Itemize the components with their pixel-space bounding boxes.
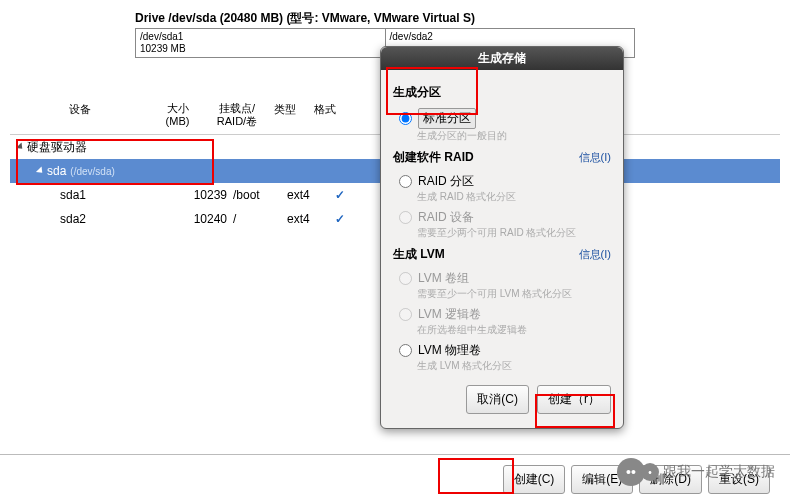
expand-icon[interactable]: [16, 142, 25, 151]
option-lvm-vg: LVM 卷组: [393, 267, 611, 287]
info-link[interactable]: 信息(I): [579, 150, 611, 165]
partition-name: /dev/sda2: [390, 31, 631, 43]
group-label: 硬盘驱动器: [27, 139, 87, 156]
option-raid-partition[interactable]: RAID 分区: [393, 170, 611, 190]
section-lvm: 生成 LVM 信息(I): [393, 246, 611, 263]
disk-name: sda: [47, 164, 66, 178]
radio-lvm-lv: [399, 308, 412, 321]
option-raid-device: RAID 设备: [393, 206, 611, 226]
hint-text: 在所选卷组中生成逻辑卷: [393, 323, 611, 337]
opt-label: RAID 分区: [418, 173, 474, 190]
part-name: sda1: [60, 188, 86, 202]
info-link[interactable]: 信息(I): [579, 247, 611, 262]
dialog-title: 生成存储: [381, 47, 623, 70]
expand-icon[interactable]: [36, 166, 45, 175]
hint-text: 生成 RAID 格式化分区: [393, 190, 611, 204]
opt-label: 标准分区: [418, 108, 476, 129]
option-lvm-lv: LVM 逻辑卷: [393, 303, 611, 323]
opt-label: RAID 设备: [418, 209, 474, 226]
section-raid: 创建软件 RAID 信息(I): [393, 149, 611, 166]
option-lvm-pv[interactable]: LVM 物理卷: [393, 339, 611, 359]
radio-raid-part[interactable]: [399, 175, 412, 188]
create-button[interactable]: 创建(C): [503, 465, 566, 494]
create-storage-dialog: 生成存储 生成分区 标准分区 生成分区的一般目的 创建软件 RAID 信息(I)…: [380, 46, 624, 429]
opt-label: LVM 卷组: [418, 270, 469, 287]
radio-lvm-vg: [399, 272, 412, 285]
opt-label: LVM 逻辑卷: [418, 306, 481, 323]
part-type: ext4: [287, 212, 327, 226]
col-type[interactable]: 类型: [265, 102, 305, 128]
radio-standard[interactable]: [399, 112, 412, 125]
check-icon: ✓: [335, 188, 345, 202]
drive-title: Drive /dev/sda (20480 MB) (型号: VMware, V…: [135, 10, 475, 27]
partition-size: 10239 MB: [140, 43, 381, 55]
bottom-toolbar: 创建(C) 编辑(E) 删除(D) 重设(S): [0, 454, 790, 494]
delete-button[interactable]: 删除(D): [639, 465, 702, 494]
part-size: 10240: [172, 212, 227, 226]
hint-text: 生成分区的一般目的: [393, 129, 611, 143]
disk-path: (/dev/sda): [70, 166, 114, 177]
hint-text: 需要至少一个可用 LVM 格式化分区: [393, 287, 611, 301]
reset-button[interactable]: 重设(S): [708, 465, 770, 494]
partition-name: /dev/sda1: [140, 31, 381, 43]
cancel-button[interactable]: 取消(C): [466, 385, 529, 414]
hint-text: 需要至少两个可用 RAID 格式化分区: [393, 226, 611, 240]
opt-label: LVM 物理卷: [418, 342, 481, 359]
partition-segment[interactable]: /dev/sda1 10239 MB: [136, 29, 386, 57]
section-partition: 生成分区: [393, 84, 611, 101]
option-standard-partition[interactable]: 标准分区: [393, 105, 611, 129]
edit-button[interactable]: 编辑(E): [571, 465, 633, 494]
col-size[interactable]: 大小 (MB): [150, 102, 205, 128]
part-mount: /: [227, 212, 287, 226]
part-size: 10239: [172, 188, 227, 202]
hint-text: 生成 LVM 格式化分区: [393, 359, 611, 373]
col-format[interactable]: 格式: [305, 102, 345, 128]
radio-lvm-pv[interactable]: [399, 344, 412, 357]
create-button[interactable]: 创建（r）: [537, 385, 611, 414]
check-icon: ✓: [335, 212, 345, 226]
part-type: ext4: [287, 188, 327, 202]
col-device[interactable]: 设备: [10, 102, 150, 128]
col-mount[interactable]: 挂载点/ RAID/卷: [205, 102, 265, 128]
part-mount: /boot: [227, 188, 287, 202]
part-name: sda2: [60, 212, 86, 226]
radio-raid-dev: [399, 211, 412, 224]
